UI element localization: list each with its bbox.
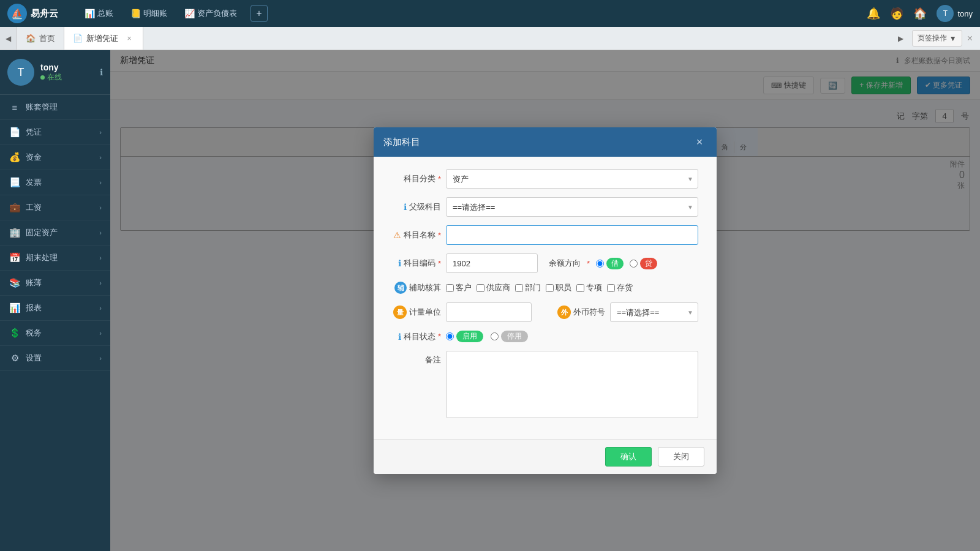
tab-prev-button[interactable]: ◀ bbox=[0, 27, 17, 50]
nav-item-detail-ledger[interactable]: 📒 明细账 bbox=[127, 6, 171, 21]
sidebar-label-tax: 税务 bbox=[26, 328, 42, 339]
status-active-badge: 启用 bbox=[456, 331, 483, 342]
aux-employee-checkbox[interactable] bbox=[546, 284, 554, 292]
status-active-option[interactable]: 启用 bbox=[446, 331, 483, 342]
sidebar-info-icon[interactable]: ℹ bbox=[100, 67, 103, 77]
form-half-unit: 量 计量单位 bbox=[392, 302, 540, 322]
home-icon[interactable]: 🏠 bbox=[913, 7, 927, 20]
sidebar-user-area: T tony 在线 ℹ bbox=[0, 50, 110, 95]
sidebar-item-voucher[interactable]: 📄 凭证 › bbox=[0, 120, 110, 145]
code-label: ℹ 科目编码 * bbox=[392, 258, 441, 269]
sidebar-item-settings[interactable]: ⚙ 设置 › bbox=[0, 346, 110, 371]
balance-sheet-icon: 📈 bbox=[184, 9, 195, 18]
tab-close-button[interactable]: × bbox=[124, 34, 134, 43]
general-ledger-icon: 📊 bbox=[85, 9, 95, 18]
tab-close-all-button[interactable]: × bbox=[965, 33, 975, 44]
balance-credit-radio[interactable] bbox=[630, 260, 638, 268]
tab-home-label: 首页 bbox=[39, 33, 55, 44]
aux-inventory-label: 存货 bbox=[617, 282, 633, 293]
aux-employee[interactable]: 职员 bbox=[546, 282, 571, 293]
name-label-text: 科目名称 bbox=[404, 230, 435, 241]
user-area[interactable]: T tony bbox=[937, 5, 973, 22]
sidebar-item-payroll[interactable]: 💼 工资 › bbox=[0, 195, 110, 220]
period-end-icon: 📅 bbox=[9, 252, 21, 263]
form-row-category: 科目分类 * 资产 bbox=[392, 169, 698, 189]
tab-ops-button[interactable]: 页签操作 ▼ bbox=[912, 30, 962, 47]
balance-debit-radio[interactable] bbox=[596, 260, 604, 268]
dialog-close-button[interactable]: × bbox=[692, 135, 707, 149]
balance-debit-option[interactable]: 借 bbox=[596, 258, 624, 269]
confirm-button[interactable]: 确认 bbox=[605, 447, 652, 467]
sidebar-item-reports[interactable]: 📊 报表 › bbox=[0, 296, 110, 321]
nav-item-general-ledger[interactable]: 📊 总账 bbox=[81, 6, 117, 21]
sidebar-item-period-end[interactable]: 📅 期末处理 › bbox=[0, 246, 110, 271]
remarks-textarea[interactable] bbox=[446, 351, 698, 418]
status-disabled-option[interactable]: 停用 bbox=[491, 331, 528, 342]
aux-special-checkbox[interactable] bbox=[576, 284, 584, 292]
voucher-icon: 📄 bbox=[9, 127, 21, 138]
account-set-icon: ≡ bbox=[9, 102, 21, 113]
aux-customer-checkbox[interactable] bbox=[446, 284, 454, 292]
balance-credit-option[interactable]: 贷 bbox=[630, 258, 657, 269]
funds-icon: 💰 bbox=[9, 152, 21, 163]
tab-new-voucher[interactable]: 📄 新增凭证 × bbox=[64, 27, 143, 50]
sidebar-item-ledger[interactable]: 📚 账薄 › bbox=[0, 271, 110, 296]
invoice-icon: 📃 bbox=[9, 177, 21, 188]
code-info-icon: ℹ bbox=[398, 258, 401, 268]
category-select[interactable]: 资产 bbox=[446, 169, 698, 189]
sidebar-label-payroll: 工资 bbox=[26, 202, 42, 213]
unit-label-text: 计量单位 bbox=[409, 307, 441, 318]
category-select-wrapper: 资产 bbox=[446, 169, 698, 189]
tab-next-button[interactable]: ▶ bbox=[892, 34, 910, 43]
nav-item-balance-sheet[interactable]: 📈 资产负债表 bbox=[181, 6, 241, 21]
aux-customer[interactable]: 客户 bbox=[446, 282, 472, 293]
sidebar-item-tax[interactable]: 💲 税务 › bbox=[0, 321, 110, 346]
name-label: ⚠ 科目名称 * bbox=[392, 230, 441, 241]
aux-special[interactable]: 专项 bbox=[576, 282, 602, 293]
status-disabled-radio[interactable] bbox=[491, 332, 499, 340]
currency-icon: 外 bbox=[557, 305, 571, 319]
notification-icon[interactable]: 🔔 bbox=[867, 7, 880, 20]
alert-icon[interactable]: 🧑 bbox=[890, 7, 903, 20]
currency-label-text: 外币符号 bbox=[573, 307, 605, 318]
code-label-text: 科目编码 bbox=[404, 258, 435, 269]
sidebar-label-funds: 资金 bbox=[26, 152, 42, 163]
unit-icon: 量 bbox=[393, 305, 407, 319]
parent-select[interactable]: ==请选择== bbox=[446, 197, 698, 217]
currency-select[interactable]: ==请选择== bbox=[610, 302, 698, 322]
status-required: * bbox=[438, 332, 441, 341]
aux-inventory[interactable]: 存货 bbox=[607, 282, 633, 293]
status-options: 启用 停用 bbox=[446, 331, 528, 342]
app-logo[interactable]: ⛵ 易舟云 bbox=[7, 4, 69, 23]
user-avatar-small: T bbox=[937, 5, 954, 22]
unit-input[interactable] bbox=[446, 302, 532, 322]
sidebar-item-invoice[interactable]: 📃 发票 › bbox=[0, 170, 110, 195]
tab-home[interactable]: 🏠 首页 bbox=[17, 27, 64, 50]
code-input[interactable] bbox=[446, 253, 538, 273]
category-label-text: 科目分类 bbox=[404, 173, 435, 184]
aux-supplier[interactable]: 供应商 bbox=[477, 282, 510, 293]
sidebar-item-fixed-assets[interactable]: 🏢 固定资产 › bbox=[0, 220, 110, 246]
settings-arrow-icon: › bbox=[99, 354, 102, 362]
tab-new-voucher-label: 新增凭证 bbox=[86, 33, 118, 44]
parent-label: ℹ 父级科目 bbox=[392, 201, 441, 212]
sidebar-item-account-set[interactable]: ≡ 账套管理 bbox=[0, 95, 110, 120]
top-nav-items: 📊 总账 📒 明细账 📈 资产负债表 + bbox=[81, 5, 854, 22]
aux-department[interactable]: 部门 bbox=[515, 282, 541, 293]
aux-department-checkbox[interactable] bbox=[515, 284, 523, 292]
aux-special-label: 专项 bbox=[586, 282, 602, 293]
status-active-radio[interactable] bbox=[446, 332, 454, 340]
status-text: 在线 bbox=[47, 72, 62, 83]
sidebar-item-funds[interactable]: 💰 资金 › bbox=[0, 145, 110, 170]
status-label: ℹ 科目状态 * bbox=[392, 331, 441, 342]
cancel-button[interactable]: 关闭 bbox=[658, 447, 704, 467]
nav-add-button[interactable]: + bbox=[251, 5, 268, 22]
aux-inventory-checkbox[interactable] bbox=[607, 284, 615, 292]
form-row-name: ⚠ 科目名称 * bbox=[392, 225, 698, 245]
fixed-assets-arrow-icon: › bbox=[99, 229, 102, 236]
dialog-header: 添加科目 × bbox=[374, 127, 717, 157]
aux-supplier-checkbox[interactable] bbox=[477, 284, 484, 292]
aux-label-text: 辅助核算 bbox=[409, 282, 441, 293]
name-input[interactable] bbox=[446, 225, 698, 245]
status-disabled-badge: 停用 bbox=[501, 331, 528, 342]
